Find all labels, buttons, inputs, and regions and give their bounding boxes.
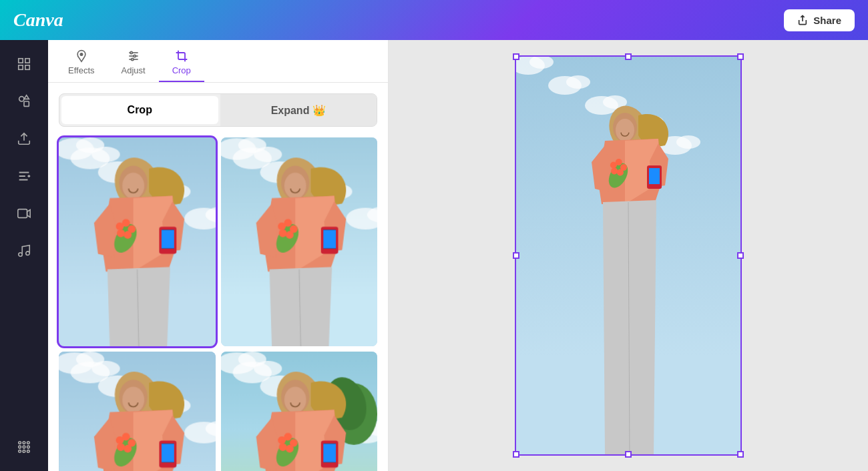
adjust-icon bbox=[127, 49, 140, 63]
svg-point-7 bbox=[19, 442, 21, 444]
handle-middle-right[interactable] bbox=[737, 252, 744, 259]
preview-canvas-4 bbox=[221, 352, 378, 471]
panel-content: Crop Expand 👑 bbox=[48, 83, 388, 471]
tab-effects[interactable]: Effects bbox=[55, 40, 108, 82]
text-icon bbox=[17, 169, 31, 183]
apps-icon bbox=[17, 440, 31, 454]
svg-point-8 bbox=[23, 442, 25, 444]
handle-top-right[interactable] bbox=[737, 53, 744, 60]
panel: Effects Adjust Crop Crop bbox=[48, 40, 389, 471]
svg-point-11 bbox=[23, 446, 25, 448]
svg-point-20 bbox=[134, 55, 136, 57]
handle-top-middle[interactable] bbox=[625, 53, 632, 60]
sidebar-item-video[interactable] bbox=[8, 197, 40, 229]
svg-point-12 bbox=[27, 446, 30, 448]
preview-canvas-3 bbox=[59, 352, 216, 471]
svg-point-9 bbox=[27, 442, 30, 444]
handle-bottom-middle[interactable] bbox=[625, 451, 632, 458]
sidebar-item-text[interactable] bbox=[8, 160, 40, 192]
grid-image-1[interactable] bbox=[59, 137, 216, 346]
sidebar-item-elements[interactable] bbox=[8, 85, 40, 117]
canvas-area bbox=[389, 40, 868, 471]
sidebar-item-music[interactable] bbox=[8, 235, 40, 267]
elements-icon bbox=[17, 94, 31, 109]
handle-middle-left[interactable] bbox=[513, 252, 519, 259]
expand-label: Expand bbox=[271, 105, 310, 116]
music-icon bbox=[17, 244, 31, 258]
canva-logo: Canva bbox=[13, 9, 63, 31]
crop-toggle-btn[interactable]: Crop bbox=[61, 96, 218, 124]
handle-top-left[interactable] bbox=[513, 53, 519, 60]
svg-point-14 bbox=[23, 450, 25, 453]
expand-toggle-btn[interactable]: Expand 👑 bbox=[220, 94, 377, 126]
share-button[interactable]: Share bbox=[784, 9, 855, 31]
video-icon bbox=[17, 206, 31, 221]
selection-border bbox=[515, 55, 742, 456]
grid-image-2[interactable] bbox=[221, 137, 378, 346]
share-label: Share bbox=[813, 15, 841, 26]
sidebar-item-grid[interactable] bbox=[8, 48, 40, 80]
svg-point-4 bbox=[19, 97, 24, 101]
main-image-container bbox=[515, 55, 742, 456]
svg-point-15 bbox=[27, 450, 30, 453]
main-area: Effects Adjust Crop Crop bbox=[0, 40, 868, 471]
sidebar bbox=[0, 40, 48, 471]
preview-canvas-2 bbox=[221, 137, 378, 346]
svg-rect-2 bbox=[19, 65, 23, 69]
grid-icon bbox=[17, 57, 31, 71]
image-grid bbox=[59, 137, 377, 471]
sidebar-item-upload[interactable] bbox=[8, 123, 40, 155]
header: Canva Share bbox=[0, 0, 868, 40]
svg-rect-0 bbox=[19, 59, 23, 63]
share-icon bbox=[797, 15, 808, 25]
upload-icon bbox=[17, 131, 31, 146]
crop-icon bbox=[175, 49, 188, 63]
grid-image-3[interactable] bbox=[59, 352, 216, 471]
sidebar-item-apps[interactable] bbox=[8, 431, 40, 463]
crop-label: Crop bbox=[172, 65, 191, 75]
svg-point-10 bbox=[19, 446, 21, 448]
svg-point-22 bbox=[131, 58, 133, 60]
svg-rect-1 bbox=[25, 59, 29, 63]
tab-adjust[interactable]: Adjust bbox=[108, 40, 159, 82]
preview-canvas-1 bbox=[59, 137, 216, 346]
adjust-label: Adjust bbox=[122, 65, 146, 75]
svg-point-16 bbox=[80, 53, 82, 55]
svg-rect-6 bbox=[18, 209, 27, 218]
crown-icon: 👑 bbox=[312, 105, 326, 116]
tabs-bar: Effects Adjust Crop bbox=[48, 40, 388, 83]
handle-bottom-right[interactable] bbox=[737, 451, 744, 458]
svg-rect-5 bbox=[24, 101, 29, 106]
svg-rect-3 bbox=[25, 65, 29, 69]
effects-icon bbox=[75, 49, 88, 63]
svg-point-13 bbox=[19, 450, 21, 453]
svg-point-18 bbox=[130, 51, 132, 53]
effects-label: Effects bbox=[68, 65, 95, 75]
crop-expand-toggle: Crop Expand 👑 bbox=[59, 93, 377, 127]
tab-crop[interactable]: Crop bbox=[159, 40, 204, 82]
handle-bottom-left[interactable] bbox=[513, 451, 519, 458]
grid-image-4[interactable] bbox=[221, 352, 378, 471]
